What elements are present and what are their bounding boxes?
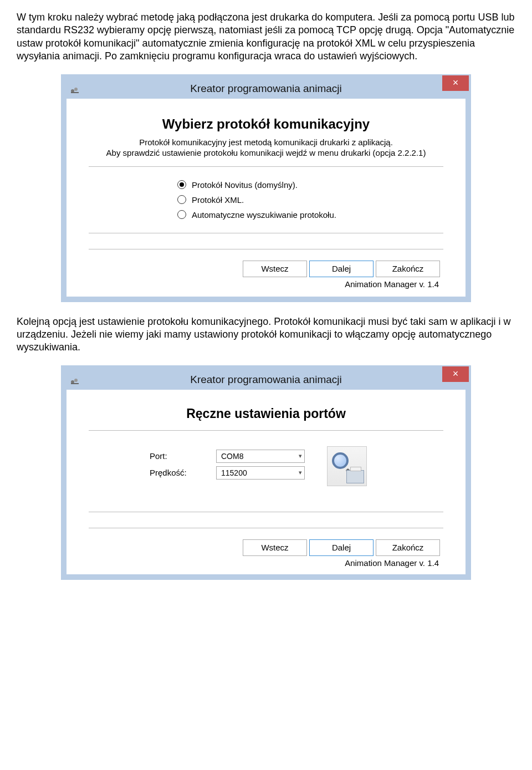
button-row: Wstecz Dalej Zakończ — [89, 537, 443, 558]
radio-icon — [177, 210, 186, 219]
radio-label: Protokół Novitus (domyślny). — [192, 180, 298, 190]
port-label: Port: — [150, 451, 216, 461]
version-label: Animation Manager v. 1.4 — [89, 558, 443, 570]
radio-label: Protokół XML. — [192, 195, 244, 205]
dialog-heading: Wybierz protokół komunikacyjny — [89, 116, 443, 132]
speed-label: Prędkość: — [150, 468, 216, 477]
speed-select[interactable]: 115200 ▾ — [216, 466, 305, 480]
speed-value: 115200 — [221, 468, 247, 477]
dialog-subtext-2: Aby sprawdzić ustawienie protokołu komun… — [89, 148, 443, 157]
finish-button[interactable]: Zakończ — [376, 539, 440, 556]
port-select[interactable]: COM8 ▾ — [216, 450, 305, 463]
separator — [89, 512, 443, 512]
dialog-protocol: Kreator programowania animacji × Wybierz… — [61, 74, 471, 302]
back-button[interactable]: Wstecz — [243, 261, 307, 277]
dialog-body: Ręczne ustawienia portów Port: COM8 ▾ Pr… — [66, 390, 466, 574]
speed-row: Prędkość: 115200 ▾ — [150, 466, 305, 480]
radio-label: Automatyczne wyszukiwanie protokołu. — [192, 210, 336, 220]
intro-paragraph-2: Kolejną opcją jest ustawienie protokołu … — [17, 315, 515, 354]
port-value: COM8 — [221, 452, 243, 461]
radio-icon — [177, 195, 186, 204]
window-title: Kreator programowania animacji — [66, 374, 466, 386]
chevron-down-icon: ▾ — [299, 469, 302, 476]
chevron-down-icon: ▾ — [299, 452, 302, 460]
printer-icon — [346, 470, 364, 483]
radio-auto[interactable]: Automatyczne wyszukiwanie protokołu. — [177, 210, 443, 220]
separator — [89, 166, 443, 167]
separator — [89, 528, 443, 528]
next-button[interactable]: Dalej — [309, 261, 374, 277]
separator — [89, 430, 443, 431]
separator — [89, 249, 443, 249]
dialog-subtext-1: Protokół komunikacyjny jest metodą komun… — [89, 137, 443, 147]
form-area: Port: COM8 ▾ Prędkość: 115200 ▾ — [150, 446, 443, 486]
back-button[interactable]: Wstecz — [243, 539, 307, 556]
dialog-heading: Ręczne ustawienia portów — [89, 406, 443, 421]
titlebar: Kreator programowania animacji × — [66, 79, 466, 99]
radio-icon — [177, 180, 186, 189]
port-row: Port: COM8 ▾ — [150, 450, 305, 463]
radio-novitus[interactable]: Protokół Novitus (domyślny). — [177, 180, 443, 190]
next-button[interactable]: Dalej — [309, 539, 374, 556]
window-title: Kreator programowania animacji — [66, 83, 466, 95]
dialog-body: Wybierz protokół komunikacyjny Protokół … — [66, 99, 466, 297]
titlebar: Kreator programowania animacji × — [66, 370, 466, 390]
search-printer-button[interactable] — [327, 446, 367, 486]
dialog-ports: Kreator programowania animacji × Ręczne … — [61, 365, 471, 580]
radio-group: Protokół Novitus (domyślny). Protokół XM… — [177, 180, 443, 220]
finish-button[interactable]: Zakończ — [376, 261, 440, 277]
radio-xml[interactable]: Protokół XML. — [177, 195, 443, 205]
close-button[interactable]: × — [442, 366, 469, 382]
button-row: Wstecz Dalej Zakończ — [89, 258, 443, 279]
intro-paragraph-1: W tym kroku należy wybrać metodę jaką po… — [17, 11, 515, 63]
close-button[interactable]: × — [442, 75, 469, 91]
separator — [89, 233, 443, 233]
version-label: Animation Manager v. 1.4 — [89, 279, 443, 291]
